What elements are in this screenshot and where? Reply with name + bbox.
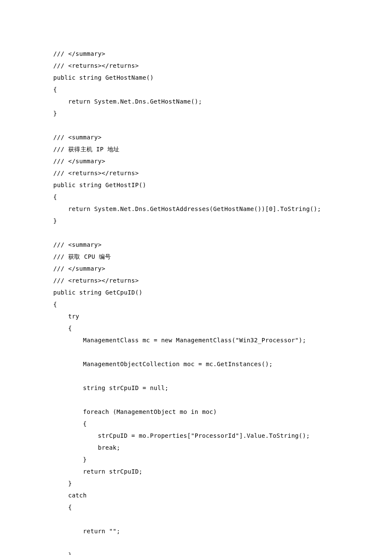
document-page: /// </summary> /// <returns></returns> p… [0,0,392,555]
code-block: /// </summary> /// <returns></returns> p… [53,48,339,555]
